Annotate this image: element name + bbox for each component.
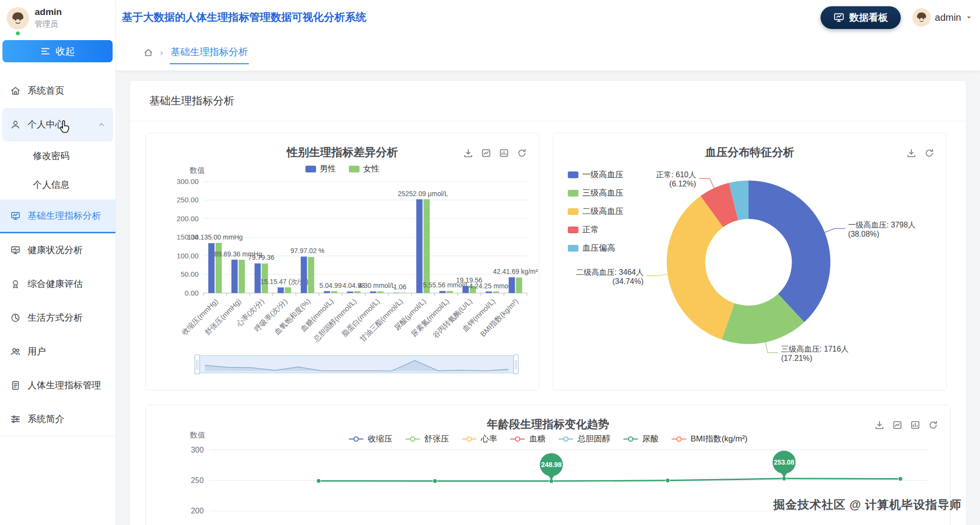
- download-icon[interactable]: [463, 148, 474, 158]
- svg-text:250: 250: [191, 476, 204, 484]
- svg-text:(17.21%): (17.21%): [781, 354, 812, 362]
- magic-bar-icon[interactable]: [499, 148, 509, 158]
- pie-chart-legend: 一级高血压三级高血压二级高血压正常血压偏高: [568, 169, 623, 254]
- online-status-dot: [15, 31, 20, 36]
- breadcrumb-current[interactable]: 基础生理指标分析: [170, 42, 249, 64]
- caret-down-icon: [966, 14, 972, 21]
- refresh-icon[interactable]: [924, 148, 935, 158]
- collapse-sidebar-button[interactable]: 收起: [2, 40, 113, 62]
- sidebar-item-comprehensive-assessment[interactable]: 综合健康评估: [0, 267, 115, 301]
- topbar-avatar: [912, 8, 931, 27]
- svg-text:二级高血压: 3464人: 二级高血压: 3464人: [576, 268, 644, 276]
- sidebar: admin 管理员 收起 系统首页 个人中心 修改密码: [0, 0, 116, 525]
- legend-item[interactable]: 舒张压: [405, 433, 449, 444]
- chevron-up-icon: [98, 121, 105, 128]
- svg-text:42.41.69 kg/m²: 42.41.69 kg/m²: [493, 268, 538, 275]
- svg-text:5.04.99: 5.04.99: [319, 282, 342, 289]
- svg-text:4.24.25 mmol/L: 4.24.25 mmol/L: [469, 282, 516, 290]
- medal-icon: [10, 278, 21, 290]
- refresh-icon[interactable]: [928, 420, 938, 430]
- sidebar-profile: admin 管理员: [0, 0, 115, 33]
- menu-label: 人体生理指标管理: [28, 379, 101, 392]
- monitor-pulse-icon: [10, 244, 21, 256]
- line-chart-title: 年龄段生理指标变化趋势: [146, 417, 950, 432]
- sidebar-item-system-intro[interactable]: 系统简介: [0, 402, 115, 436]
- svg-text:25252.09 μmol/L: 25252.09 μmol/L: [398, 190, 448, 198]
- data-dashboard-button[interactable]: 数据看板: [821, 6, 901, 29]
- main-area: 基于大数据的人体生理指标管理数据可视化分析系统 数据看板 admin: [116, 0, 980, 525]
- user-menu[interactable]: admin: [912, 8, 972, 27]
- legend-item[interactable]: 尿酸: [623, 433, 659, 444]
- profile-avatar[interactable]: [7, 7, 29, 29]
- panel-title: 基础生理指标分析: [130, 81, 966, 121]
- svg-text:1.06: 1.06: [393, 283, 406, 291]
- legend-item[interactable]: 男性: [305, 163, 336, 174]
- panel-body: 性别生理指标差异分析 男性女性 0.0050.00100.00150.00200…: [130, 121, 966, 525]
- legend-label: 舒张压: [424, 433, 449, 444]
- collapse-icon: [40, 46, 51, 57]
- sidebar-item-users[interactable]: 用户: [0, 335, 115, 369]
- legend-item[interactable]: 一级高血压: [568, 169, 623, 180]
- line-chart-legend: 收缩压舒张压心率血糖总胆固醇尿酸BMI指数(kg/m²): [146, 433, 950, 444]
- watermark: 掘金技术社区 @ 计算机毕设指导师: [773, 497, 962, 512]
- legend-item[interactable]: 三级高血压: [568, 187, 623, 199]
- menu-label: 生活方式分析: [28, 312, 83, 324]
- sidebar-item-health-status-analysis[interactable]: 健康状况分析: [0, 233, 115, 267]
- menu-label: 系统首页: [28, 85, 64, 97]
- sidebar-item-physio-indicator-management[interactable]: 人体生理指标管理: [0, 369, 115, 402]
- breadcrumb-home-icon[interactable]: [144, 48, 153, 57]
- legend-item[interactable]: 女性: [349, 163, 380, 174]
- topbar-username: admin: [935, 12, 961, 23]
- svg-text:一级高血压: 3798人: 一级高血压: 3798人: [848, 221, 916, 229]
- legend-item[interactable]: 血压偏高: [568, 242, 615, 254]
- legend-item[interactable]: 心率: [461, 433, 497, 444]
- svg-text:50.00: 50.00: [181, 270, 199, 278]
- svg-text:248.98: 248.98: [541, 461, 562, 468]
- refresh-icon[interactable]: [517, 148, 527, 158]
- legend-item[interactable]: 总胆固醇: [558, 433, 610, 444]
- sidebar-item-home[interactable]: 系统首页: [0, 74, 115, 108]
- menu-label: 个人信息: [33, 179, 70, 191]
- collapse-label: 收起: [56, 45, 75, 58]
- svg-text:(34.74%): (34.74%): [612, 277, 644, 285]
- legend-label: 血压偏高: [582, 242, 615, 254]
- sidebar-item-personal-info[interactable]: 个人信息: [0, 170, 115, 199]
- charts-row: 性别生理指标差异分析 男性女性 0.0050.00100.00150.00200…: [145, 133, 951, 390]
- legend-item[interactable]: 正常: [568, 224, 599, 235]
- svg-text:134.135.00 mmHg: 134.135.00 mmHg: [187, 233, 243, 241]
- download-icon[interactable]: [906, 148, 917, 158]
- svg-text:总胆固醇(mmol/L): 总胆固醇(mmol/L): [312, 297, 358, 343]
- menu-label: 基础生理指标分析: [28, 210, 101, 222]
- svg-text:250.00: 250.00: [176, 196, 199, 204]
- magic-line-icon[interactable]: [481, 148, 491, 158]
- legend-item[interactable]: 血糖: [510, 433, 546, 444]
- download-icon[interactable]: [874, 420, 885, 430]
- topbar: 基于大数据的人体生理指标管理数据可视化分析系统 数据看板 admin: [116, 0, 980, 35]
- legend-item[interactable]: 二级高血压: [568, 206, 623, 217]
- legend-label: 正常: [582, 224, 599, 235]
- svg-text:200.00: 200.00: [176, 214, 199, 223]
- bp-distribution-chart-card: 血压分布特征分析 一级高血压三级高血压二级高血压正常血压偏高 一级高血压: 37…: [553, 133, 947, 390]
- legend-label: 血糖: [529, 433, 546, 444]
- sidebar-item-basic-physio-analysis[interactable]: 基础生理指标分析: [0, 199, 115, 233]
- svg-text:0.00: 0.00: [185, 289, 199, 297]
- content: 基础生理指标分析 性别生理指标差异分析 男性女性: [116, 71, 980, 525]
- bar-chart-legend: 男性女性: [146, 163, 539, 174]
- legend-label: BMI指数(kg/m²): [691, 433, 748, 444]
- legend-item[interactable]: 收缩压: [348, 433, 392, 444]
- legend-item[interactable]: BMI指数(kg/m²): [671, 433, 748, 444]
- svg-text:(38.08%): (38.08%): [848, 230, 879, 238]
- magic-line-icon[interactable]: [892, 420, 903, 430]
- magic-bar-icon[interactable]: [910, 420, 921, 430]
- profile-name: admin: [35, 7, 62, 17]
- dashboard-button-label: 数据看板: [850, 11, 888, 24]
- sidebar-item-personal-center[interactable]: 个人中心: [2, 108, 113, 142]
- sidebar-item-lifestyle-analysis[interactable]: 生活方式分析: [0, 301, 115, 335]
- svg-text:甘油三酯(mmol/L): 甘油三酯(mmol/L): [358, 297, 404, 343]
- sidebar-item-change-password[interactable]: 修改密码: [0, 142, 115, 170]
- breadcrumb-separator: ›: [160, 47, 163, 58]
- menu-label: 个人中心: [28, 118, 64, 131]
- legend-label: 女性: [363, 163, 380, 174]
- menu-label: 健康状况分析: [28, 244, 83, 256]
- legend-label: 尿酸: [642, 433, 659, 444]
